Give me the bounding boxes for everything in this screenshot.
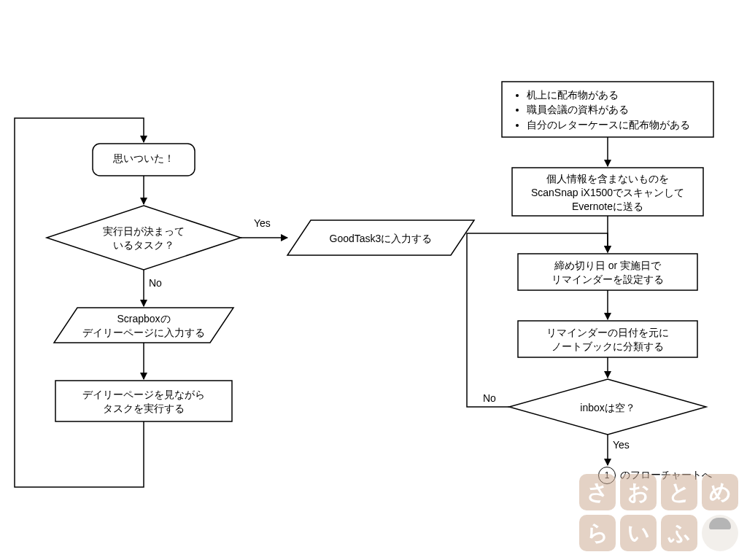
node-goodtask3: [287, 220, 474, 255]
source-item-0: 机上に配布物がある: [527, 88, 705, 102]
label-sources: 机上に配布物がある 職員会議の資料がある 自分のレターケースに配布物がある: [511, 88, 705, 132]
watermark: さ お と め ら い ふ: [579, 474, 738, 551]
wm-cell: ら: [579, 515, 616, 551]
wm-face-icon: [702, 515, 738, 551]
node-classify: [518, 321, 697, 357]
source-item-2: 自分のレターケースに配布物がある: [527, 117, 705, 132]
source-item-1: 職員会議の資料がある: [527, 102, 705, 117]
wm-cell: と: [661, 474, 697, 510]
node-scan: [512, 168, 703, 216]
wm-cell: さ: [579, 474, 616, 510]
node-decision-exec-date: [47, 206, 241, 270]
node-execute: [55, 381, 232, 421]
node-set-reminder: [518, 254, 697, 290]
node-scrapbox: [54, 308, 233, 343]
node-inbox-empty: [509, 379, 706, 435]
wm-cell: い: [620, 515, 657, 551]
wm-cell: ふ: [661, 515, 697, 551]
wm-cell: め: [702, 474, 738, 510]
node-start: [93, 144, 195, 176]
wm-cell: お: [620, 474, 657, 510]
